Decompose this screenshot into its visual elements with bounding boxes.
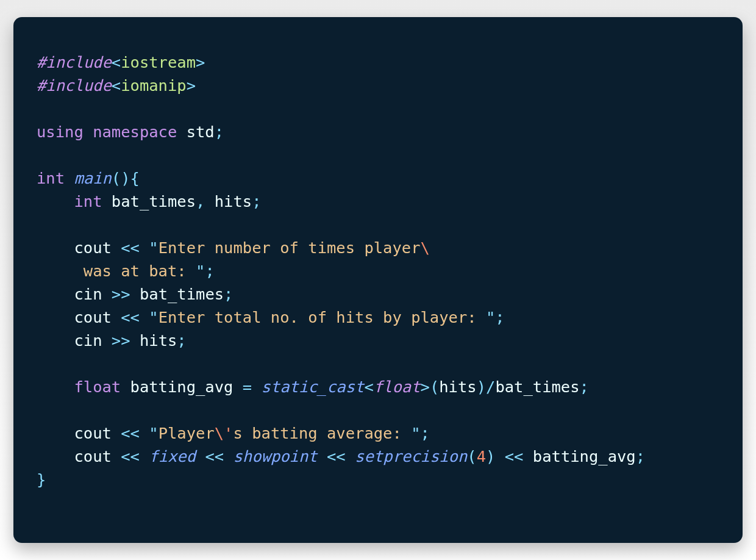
kw-float: float <box>74 378 121 396</box>
string-literal: Player <box>159 424 215 442</box>
quote: " <box>411 424 420 442</box>
op-shl: << <box>205 447 224 465</box>
quote: " <box>196 262 205 280</box>
line-11: cin >> bat_times; <box>37 285 233 303</box>
line-19: } <box>37 470 46 489</box>
line-18: cout << fixed << showpoint << setprecisi… <box>37 447 645 465</box>
quote: " <box>149 424 158 442</box>
var-hits: hits <box>140 331 177 350</box>
op-shr: >> <box>112 285 130 303</box>
semicolon: ; <box>252 192 261 210</box>
op-shl: << <box>505 447 524 465</box>
rparen: ) <box>477 378 486 396</box>
lbrace: { <box>130 169 140 187</box>
line-17: cout << "Player\'s batting average: "; <box>37 424 430 442</box>
manip-fixed: fixed <box>149 447 196 465</box>
op-shl: << <box>327 447 346 465</box>
line-2: #include<iomanip> <box>37 76 196 95</box>
comma: , <box>196 192 205 210</box>
semicolon: ; <box>636 447 645 465</box>
var-batting-avg: batting_avg <box>533 447 636 465</box>
lparen: ( <box>430 378 439 396</box>
semicolon: ; <box>205 262 214 280</box>
semicolon: ; <box>224 285 233 303</box>
manip-showpoint: showpoint <box>233 447 317 465</box>
ident-cout: cout <box>74 308 111 326</box>
fn-setprecision: setprecision <box>355 447 467 465</box>
string-literal: was at bat: <box>74 262 196 280</box>
line-7: int bat_times, hits; <box>37 192 262 210</box>
angle-lt: < <box>112 76 121 95</box>
code-card: #include<iostream> #include<iomanip> usi… <box>13 17 743 543</box>
kw-static-cast: static_cast <box>262 378 365 396</box>
include-target: iostream <box>121 53 196 71</box>
preproc-include: #include <box>37 76 112 95</box>
fn-main: main <box>74 169 111 187</box>
var-bat-times: bat_times <box>140 285 224 303</box>
var-batting-avg: batting_avg <box>130 378 234 396</box>
op-shl: << <box>121 308 140 326</box>
kw-int: int <box>74 192 102 210</box>
ident-cin: cin <box>74 285 102 303</box>
kw-using: using <box>37 123 84 141</box>
kw-namespace: namespace <box>93 123 177 141</box>
semicolon: ; <box>177 331 186 350</box>
op-shl: << <box>121 239 140 257</box>
semicolon: ; <box>421 424 430 442</box>
semicolon: ; <box>495 308 504 326</box>
rparen: ) <box>121 169 130 187</box>
semicolon: ; <box>215 123 224 141</box>
lparen: ( <box>112 169 121 187</box>
op-shl: << <box>121 447 140 465</box>
quote: " <box>486 308 495 326</box>
op-div: / <box>486 378 495 396</box>
number-literal: 4 <box>477 447 486 465</box>
lparen: ( <box>467 447 476 465</box>
angle-gt: > <box>196 53 205 71</box>
var-bat-times: bat_times <box>495 378 579 396</box>
angle-gt: > <box>187 76 196 95</box>
quote: " <box>149 239 158 257</box>
angle-lt: < <box>112 53 121 71</box>
ident-cout: cout <box>74 239 111 257</box>
line-15: float batting_avg = static_cast<float>(h… <box>37 378 589 396</box>
var-bat-times: bat_times <box>112 192 196 210</box>
rparen: ) <box>486 447 495 465</box>
kw-int: int <box>37 169 65 187</box>
line-4: using namespace std; <box>37 123 224 141</box>
line-9: cout << "Enter number of times player\ <box>37 239 430 257</box>
quote: " <box>149 308 158 326</box>
preproc-include: #include <box>37 53 112 71</box>
var-hits: hits <box>439 378 476 396</box>
op-eq: = <box>243 378 252 396</box>
escape-backslash: \ <box>421 239 430 257</box>
type-float: float <box>374 378 421 396</box>
line-1: #include<iostream> <box>37 53 205 71</box>
escape-quote: \' <box>215 424 234 442</box>
semicolon: ; <box>580 378 589 396</box>
line-6: int main(){ <box>37 169 140 187</box>
string-literal: Enter total no. of hits by player: <box>159 308 486 326</box>
rbrace: } <box>37 470 46 489</box>
op-shl: << <box>121 424 140 442</box>
ident-cout: cout <box>74 424 111 442</box>
angle-lt: < <box>364 378 373 396</box>
include-target: iomanip <box>121 76 186 95</box>
line-13: cin >> hits; <box>37 331 187 350</box>
op-shr: >> <box>112 331 130 350</box>
var-hits: hits <box>215 192 252 210</box>
string-literal: Enter number of times player <box>159 239 421 257</box>
ident-std: std <box>187 123 215 141</box>
ident-cin: cin <box>74 331 102 350</box>
angle-gt: > <box>421 378 430 396</box>
line-12: cout << "Enter total no. of hits by play… <box>37 308 505 326</box>
string-literal: s batting average: <box>233 424 411 442</box>
code-block[interactable]: #include<iostream> #include<iomanip> usi… <box>37 51 719 492</box>
line-10: was at bat: "; <box>37 262 215 280</box>
ident-cout: cout <box>74 447 111 465</box>
